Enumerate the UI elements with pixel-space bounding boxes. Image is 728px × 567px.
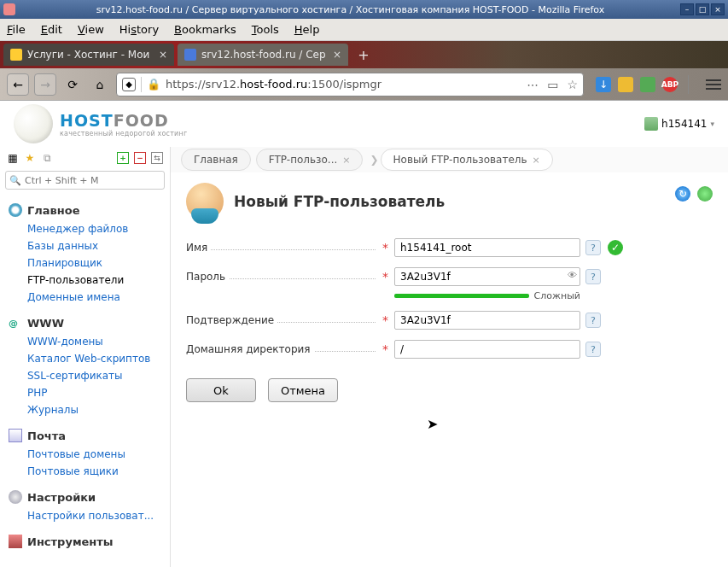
close-icon[interactable]: × xyxy=(342,155,350,166)
extension-icon[interactable] xyxy=(618,77,633,92)
confirm-input[interactable] xyxy=(394,311,580,330)
required-icon: * xyxy=(382,270,394,284)
toolbar-expand-icon[interactable]: + xyxy=(117,152,129,164)
url-field[interactable]: ◆ 🔒 https://srv12.host-food.ru:1500/ispm… xyxy=(116,73,584,96)
menu-help[interactable]: Help xyxy=(294,23,320,36)
sidebar-item-www-domains[interactable]: WWW-домены xyxy=(27,333,170,350)
hamburger-menu-button[interactable] xyxy=(706,79,721,90)
logo[interactable]: HOSTFOOD качественный недорогой хостинг xyxy=(14,104,187,143)
sidebar-item-php[interactable]: PHP xyxy=(27,384,170,401)
adblock-icon[interactable]: ABP xyxy=(662,77,678,92)
tab-close-icon[interactable]: × xyxy=(333,49,341,61)
name-label: Имя xyxy=(186,242,211,254)
new-tab-button[interactable]: + xyxy=(352,44,376,65)
home-directory-input[interactable] xyxy=(394,340,580,359)
nav-reload-button[interactable]: ⟳ xyxy=(61,73,84,96)
lock-icon: 🔒 xyxy=(147,78,160,91)
tab-close-icon[interactable]: × xyxy=(159,49,167,61)
menu-edit[interactable]: Edit xyxy=(41,23,62,36)
menu-bookmarks[interactable]: Bookmarks xyxy=(174,23,236,36)
toolbar-collapse-icon[interactable]: − xyxy=(134,152,146,164)
sidebar-item-mail-domains[interactable]: Почтовые домены xyxy=(27,446,170,463)
window-maximize-button[interactable]: □ xyxy=(696,3,709,15)
cancel-button[interactable]: Отмена xyxy=(268,378,338,402)
sidebar-item-domain-names[interactable]: Доменные имена xyxy=(27,289,170,306)
sidebar-section-mail[interactable]: Почта xyxy=(9,425,170,446)
main-panel: Главная FTP-пользо...× ❯ Новый FTP-польз… xyxy=(171,147,728,567)
sidebar-item-filemanager[interactable]: Менеджер файлов xyxy=(27,220,170,237)
sidebar-search-input[interactable] xyxy=(25,175,160,186)
toolbar-favorites-icon[interactable]: ★ xyxy=(24,152,36,164)
crumb-ftp-users[interactable]: FTP-пользо...× xyxy=(256,149,364,171)
password-reveal-icon[interactable]: 👁 xyxy=(568,270,577,281)
password-strength-label: Сложный xyxy=(534,290,580,301)
sidebar-section-settings[interactable]: Настройки xyxy=(9,487,170,507)
name-input[interactable] xyxy=(394,238,580,257)
menu-tools[interactable]: Tools xyxy=(252,23,279,36)
window-titlebar: srv12.host-food.ru / Сервер виртуального… xyxy=(0,0,728,19)
close-icon[interactable]: × xyxy=(533,155,540,166)
www-icon: @ xyxy=(9,316,22,330)
sidebar-item-web-scripts[interactable]: Каталог Web-скриптов xyxy=(27,350,170,367)
breadcrumb-tabs: Главная FTP-пользо...× ❯ Новый FTP-польз… xyxy=(171,147,728,172)
toolbar-menu-icon[interactable]: ▦ xyxy=(7,152,19,164)
download-icon[interactable]: ↓ xyxy=(596,77,611,92)
refresh-icon[interactable]: ↻ xyxy=(675,186,690,202)
menu-bar: FFileile Edit View History Bookmarks Too… xyxy=(0,19,728,41)
confirm-label: Подтверждение xyxy=(186,314,277,326)
help-icon[interactable]: ? xyxy=(585,269,601,284)
sidebar-section-main[interactable]: Главное xyxy=(9,200,170,220)
sidebar-item-logs[interactable]: Журналы xyxy=(27,401,170,418)
help-icon[interactable]: ? xyxy=(585,313,601,328)
help-icon[interactable]: ? xyxy=(585,342,601,357)
sidebar-search[interactable]: 🔍 xyxy=(5,171,165,190)
password-strength-bar xyxy=(394,294,529,298)
browser-tab-1[interactable]: Услуги - Хостинг - Мои × xyxy=(3,44,174,66)
nav-back-button[interactable]: ← xyxy=(7,73,29,96)
ok-button[interactable]: Ok xyxy=(186,378,256,402)
form-heading: Новый FTP-пользователь xyxy=(234,193,445,210)
window-close-button[interactable]: × xyxy=(711,3,725,15)
extension-icon[interactable] xyxy=(640,77,655,92)
crumb-new-ftp-user[interactable]: Новый FTP-пользователь× xyxy=(381,149,553,171)
user-menu[interactable]: h154141 ▾ xyxy=(644,117,714,131)
nav-home-button[interactable]: ⌂ xyxy=(89,73,111,96)
sidebar-item-ssl[interactable]: SSL-сертификаты xyxy=(27,367,170,384)
mouse-cursor-icon: ➤ xyxy=(427,416,438,432)
print-icon[interactable] xyxy=(697,186,713,202)
menu-view[interactable]: View xyxy=(78,23,104,36)
sidebar-toolbar: ▦ ★ ⧉ + − ⇆ xyxy=(0,149,170,167)
browser-tab-2[interactable]: srv12.host-food.ru / Сер × xyxy=(178,44,348,66)
sidebar-item-user-settings[interactable]: Настройки пользоват... xyxy=(27,507,170,524)
chevron-right-icon: ❯ xyxy=(370,154,378,166)
reader-mode-icon[interactable]: ▭ xyxy=(547,78,558,91)
sidebar-item-scheduler[interactable]: Планировщик xyxy=(27,254,170,272)
logo-tagline: качественный недорогой хостинг xyxy=(60,130,187,137)
sidebar-item-mailboxes[interactable]: Почтовые ящики xyxy=(27,463,170,480)
page-content: HOSTFOOD качественный недорогой хостинг … xyxy=(0,101,728,567)
required-icon: * xyxy=(382,342,394,356)
toolbar-copy-icon[interactable]: ⧉ xyxy=(41,152,53,164)
valid-check-icon: ✓ xyxy=(608,240,623,255)
crumb-home[interactable]: Главная xyxy=(181,149,251,171)
menu-file[interactable]: FFileile xyxy=(7,23,26,36)
sidebar-item-databases[interactable]: Базы данных xyxy=(27,237,170,254)
sidebar-section-tools[interactable]: Инструменты xyxy=(9,531,170,552)
toolbar-toggle-icon[interactable]: ⇆ xyxy=(151,152,163,164)
app-icon xyxy=(3,3,15,15)
page-action-icon[interactable]: ⋯ xyxy=(527,78,539,91)
window-title: srv12.host-food.ru / Сервер виртуального… xyxy=(20,4,680,15)
tracking-shield-icon[interactable]: ◆ xyxy=(122,78,136,91)
window-minimize-button[interactable]: – xyxy=(680,3,694,15)
home-label: Домашняя директория xyxy=(186,343,314,355)
password-input[interactable] xyxy=(394,267,580,286)
gear-icon xyxy=(9,490,22,504)
sidebar-item-ftp-users[interactable]: FTP-пользователи xyxy=(27,272,170,289)
bookmark-star-icon[interactable]: ☆ xyxy=(567,78,578,91)
sidebar-section-www[interactable]: @WWW xyxy=(9,313,170,333)
menu-history[interactable]: History xyxy=(119,23,159,36)
help-icon[interactable]: ? xyxy=(585,240,601,255)
user-name: h154141 xyxy=(661,118,707,130)
password-label: Пароль xyxy=(186,271,229,283)
nav-forward-button[interactable]: → xyxy=(34,73,56,96)
